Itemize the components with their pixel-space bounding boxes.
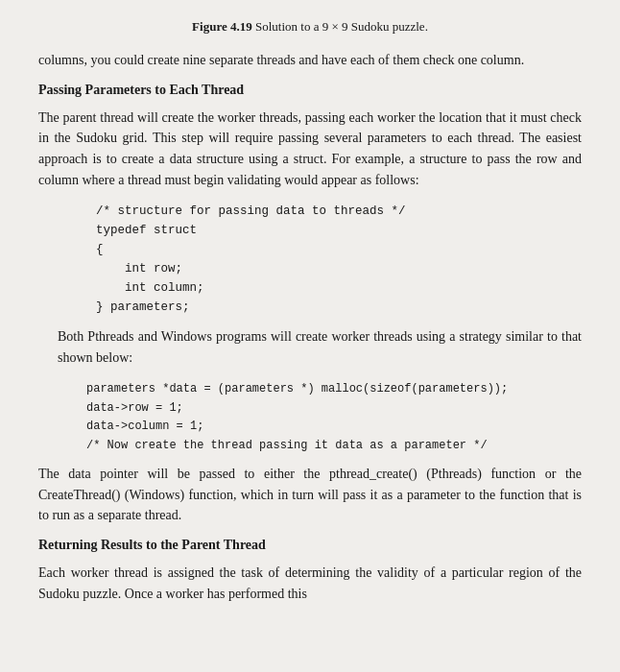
paragraph-columns: columns, you could create nine separate … <box>38 50 582 71</box>
section-returning-results: Returning Results to the Parent Thread E… <box>38 538 582 604</box>
section-passing-params: Passing Parameters to Each Thread The pa… <box>38 83 582 191</box>
paragraph-both-pthreads: Both Pthreads and Windows programs will … <box>58 326 582 368</box>
section-returning-body: Each worker thread is assigned the task … <box>38 563 582 604</box>
figure-label: Figure 4.19 <box>192 19 252 34</box>
paragraph-data-pointer: The data pointer will be passed to eithe… <box>38 464 582 526</box>
figure-text: Solution to a 9 × 9 Sudoku puzzle. <box>252 19 428 34</box>
code-block-parameters: parameters *data = (parameters *) malloc… <box>86 380 582 456</box>
section-heading-returning: Returning Results to the Parent Thread <box>38 538 582 553</box>
section-passing-body: The parent thread will create the worker… <box>38 108 582 191</box>
section-heading-passing: Passing Parameters to Each Thread <box>38 83 582 98</box>
figure-caption: Figure 4.19 Solution to a 9 × 9 Sudoku p… <box>38 19 582 35</box>
code-block-struct: /* structure for passing data to threads… <box>96 202 582 317</box>
